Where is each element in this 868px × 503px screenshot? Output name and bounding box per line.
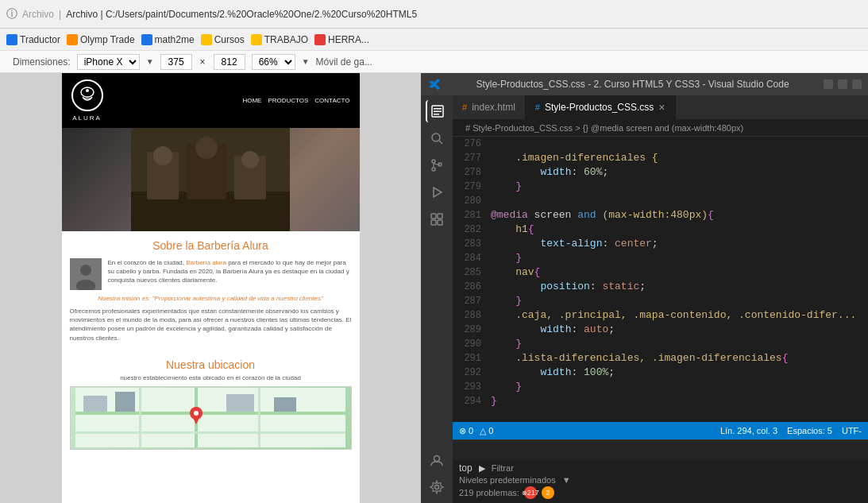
statusbar-left: ⊗ 0 △ 0: [459, 426, 493, 436]
bookmark-traductor[interactable]: Traductor: [6, 34, 60, 45]
ubicacion-map: [70, 386, 352, 450]
line-content: .lista-diferenciales, .imagen-diferencia…: [491, 351, 868, 366]
barber-nav: ALURA HOME PRODUCTOS CONTACTO: [62, 73, 360, 128]
sobre-img-svg: [70, 258, 102, 290]
hero-image-svg: [131, 128, 290, 231]
bookmark-traductor-label: Traductor: [20, 34, 60, 45]
vscode-main: # index.html # Style-Productos_CSS.css ×…: [421, 95, 868, 503]
bookmark-math2me[interactable]: math2me: [141, 34, 195, 45]
code-line: 276: [453, 137, 868, 151]
svg-marker-37: [434, 188, 442, 197]
breadcrumb-text: # Style-Productos_CSS.css > {} @media sc…: [465, 123, 743, 133]
problems-text: 219 problemas:: [459, 488, 519, 497]
tab-html[interactable]: # index.html: [453, 95, 526, 119]
nav-contacto: CONTACTO: [314, 97, 349, 104]
preview-inner: ALURA HOME PRODUCTOS CONTACTO: [62, 73, 360, 503]
bookmark-olymp-label: Olymp Trade: [80, 34, 135, 45]
line-content: }: [491, 180, 868, 194]
editor-area[interactable]: 276277 .imagen-diferenciales {278 width:…: [453, 137, 868, 422]
bookmark-olymp-icon: [67, 34, 78, 45]
tab-css[interactable]: # Style-Productos_CSS.css ×: [526, 95, 676, 119]
svg-point-2: [86, 89, 89, 92]
bookmark-cursos[interactable]: Cursos: [201, 34, 245, 45]
spaces-text: Espacios: 5: [787, 426, 832, 435]
code-line: 290 }: [453, 337, 868, 351]
line-content: width: auto;: [491, 323, 868, 337]
main-area: ALURA HOME PRODUCTOS CONTACTO: [0, 73, 868, 503]
bookmark-trabajo[interactable]: TRABAJO: [251, 34, 308, 45]
sobre-desc: Ofrecemos profesionales experimentados q…: [70, 307, 352, 342]
line-col-text: Lín. 294, col. 3: [720, 426, 777, 435]
code-scroll-area[interactable]: 276277 .imagen-diferenciales {278 width:…: [453, 137, 868, 422]
source-control-icon[interactable]: [426, 154, 448, 176]
sobre-text-block: En el corazón de la ciudad, Barbería alu…: [108, 258, 352, 290]
vscode-title-text: Style-Productos_CSS.css - 2. Curso HTML5…: [448, 79, 817, 90]
ubicacion-section: Nuestra ubicacion nuestro establecimient…: [62, 350, 360, 458]
line-number: 290: [453, 337, 491, 351]
account-icon[interactable]: [426, 449, 448, 471]
zoom-triangle: ▼: [302, 57, 310, 66]
svg-point-34: [432, 168, 435, 171]
filter-row: top ▶ Filtrar: [459, 462, 862, 474]
svg-point-8: [153, 146, 172, 165]
height-input[interactable]: [214, 54, 245, 70]
search-icon[interactable]: [426, 127, 448, 149]
line-number: 276: [453, 137, 491, 151]
tab-close-icon[interactable]: ×: [658, 102, 665, 113]
code-line: 279 }: [453, 180, 868, 194]
line-number: 284: [453, 251, 491, 265]
code-line: 285 nav{: [453, 265, 868, 280]
line-number: 289: [453, 323, 491, 337]
minimize-button[interactable]: [824, 79, 833, 89]
vscode-area: Style-Productos_CSS.css - 2. Curso HTML5…: [421, 73, 868, 503]
errors-status[interactable]: ⊗ 0: [459, 426, 473, 436]
run-debug-icon[interactable]: [426, 181, 448, 203]
bookmark-trabajo-icon: [251, 34, 262, 45]
line-number: 279: [453, 180, 491, 194]
spaces-status[interactable]: Espacios: 5: [787, 426, 832, 435]
code-line: 278 width: 60%;: [453, 165, 868, 180]
svg-rect-17: [75, 431, 345, 434]
line-number: 285: [453, 265, 491, 280]
close-button[interactable]: [852, 79, 862, 89]
bookmark-herra-icon: [314, 34, 326, 45]
code-line: 291 .lista-diferenciales, .imagen-difere…: [453, 351, 868, 366]
line-content: }: [491, 337, 868, 351]
settings-icon[interactable]: [426, 476, 448, 498]
explorer-icon[interactable]: [426, 100, 448, 122]
svg-point-31: [432, 133, 440, 141]
maximize-button[interactable]: [838, 79, 847, 89]
encoding-status[interactable]: UTF-: [842, 426, 862, 435]
nav-home: HOME: [242, 97, 261, 104]
zoom-selector[interactable]: 66%: [252, 54, 295, 70]
code-line: 284 }: [453, 251, 868, 265]
code-line: 286 position: static;: [453, 280, 868, 294]
sobre-section: Sobre la Barbería Alura En el corazón de…: [62, 231, 360, 350]
activity-bar: [421, 95, 453, 503]
file-path: Archivo | C:/Users/paint/Documents/2.%20…: [66, 9, 417, 20]
warnings-status[interactable]: △ 0: [480, 426, 493, 436]
width-input[interactable]: [160, 54, 192, 70]
device-selector[interactable]: iPhone X: [77, 54, 140, 70]
bottom-panel-content: top ▶ Filtrar Niveles predeterminados ▼ …: [453, 459, 868, 503]
svg-rect-19: [258, 388, 260, 447]
bottom-panel-tabs: [453, 440, 868, 459]
filter-icon: ▶: [479, 463, 485, 474]
line-col-status[interactable]: Lín. 294, col. 3: [720, 426, 777, 435]
error-icon: ⊗: [459, 426, 466, 436]
extensions-icon[interactable]: [426, 208, 448, 230]
bookmark-olymp[interactable]: Olymp Trade: [67, 34, 135, 45]
sobre-title: Sobre la Barbería Alura: [70, 239, 352, 252]
niveles-row: Niveles predeterminados ▼: [459, 475, 862, 485]
line-content: }: [491, 294, 868, 308]
bookmark-math2me-label: math2me: [155, 34, 195, 45]
svg-rect-40: [431, 220, 436, 225]
bookmark-cursos-label: Cursos: [214, 34, 245, 45]
filter-label: Filtrar: [492, 463, 514, 473]
svg-rect-22: [226, 394, 254, 412]
warnings-count: 0: [488, 426, 493, 435]
bookmark-herra[interactable]: HERRA...: [314, 34, 369, 45]
code-line: 292 width: 100%;: [453, 366, 868, 380]
line-number: 281: [453, 208, 491, 222]
bookmark-traductor-icon: [6, 34, 17, 45]
